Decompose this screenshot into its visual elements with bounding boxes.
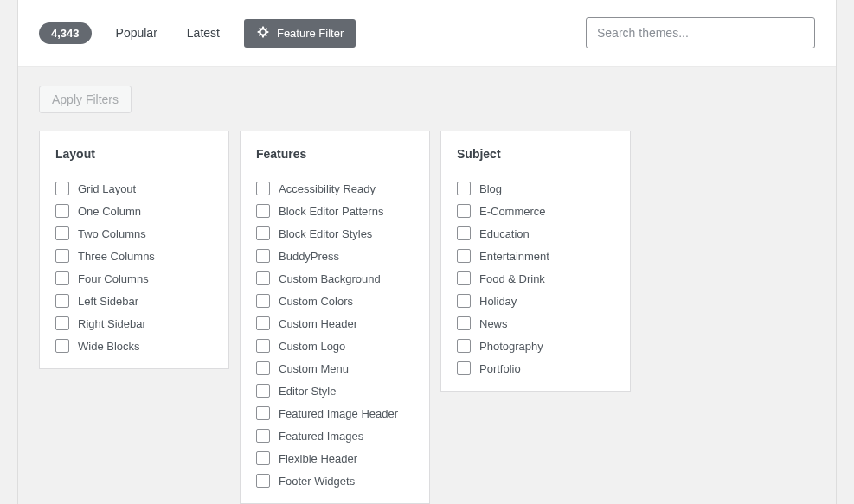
panel-title-subject: Subject xyxy=(457,147,614,161)
checkbox-icon[interactable] xyxy=(256,226,270,240)
checkbox-icon[interactable] xyxy=(457,339,471,353)
filter-option-label: BuddyPress xyxy=(279,250,339,263)
filter-columns: Layout Grid LayoutOne ColumnTwo ColumnsT… xyxy=(39,131,815,504)
filter-option[interactable]: Custom Header xyxy=(256,316,414,330)
filter-option[interactable]: Accessibility Ready xyxy=(256,182,414,195)
apply-filters-button[interactable]: Apply Filters xyxy=(39,86,132,113)
filter-option-label: Right Sidebar xyxy=(78,317,146,330)
panel-items-subject: BlogE-CommerceEducationEntertainmentFood… xyxy=(457,182,614,375)
checkbox-icon[interactable] xyxy=(256,182,270,195)
tab-latest[interactable]: Latest xyxy=(175,21,232,45)
filter-option-label: Accessibility Ready xyxy=(279,182,376,195)
filter-option[interactable]: Four Columns xyxy=(55,271,213,285)
filter-option[interactable]: Flexible Header xyxy=(256,451,414,465)
checkbox-icon[interactable] xyxy=(55,339,69,353)
filters-area: Apply Filters Layout Grid LayoutOne Colu… xyxy=(18,67,836,504)
filter-option[interactable]: E-Commerce xyxy=(457,204,614,218)
checkbox-icon[interactable] xyxy=(55,316,69,330)
checkbox-icon[interactable] xyxy=(256,361,270,375)
filter-option-label: News xyxy=(479,317,508,330)
filter-option[interactable]: Block Editor Styles xyxy=(256,226,414,240)
filter-option[interactable]: Two Columns xyxy=(55,226,213,240)
checkbox-icon[interactable] xyxy=(457,249,471,263)
filter-option-label: Featured Images xyxy=(279,430,363,443)
filter-option-label: Grid Layout xyxy=(78,182,136,195)
checkbox-icon[interactable] xyxy=(256,451,270,465)
checkbox-icon[interactable] xyxy=(256,316,270,330)
filter-option-label: Featured Image Header xyxy=(279,407,398,420)
checkbox-icon[interactable] xyxy=(55,271,69,285)
filter-option-label: Custom Background xyxy=(279,272,381,285)
filter-option[interactable]: Custom Background xyxy=(256,271,414,285)
filter-option-label: Entertainment xyxy=(479,250,549,263)
filter-option-label: Two Columns xyxy=(78,227,146,240)
checkbox-icon[interactable] xyxy=(55,226,69,240)
checkbox-icon[interactable] xyxy=(55,204,69,218)
filter-option[interactable]: Entertainment xyxy=(457,249,614,263)
themes-browser: 4,343 Popular Latest Feature Filter Appl… xyxy=(17,0,837,504)
checkbox-icon[interactable] xyxy=(457,226,471,240)
filter-option-label: Left Sidebar xyxy=(78,295,138,308)
filter-option[interactable]: Custom Menu xyxy=(256,361,414,375)
checkbox-icon[interactable] xyxy=(256,271,270,285)
filter-option[interactable]: Right Sidebar xyxy=(55,316,213,330)
filter-panel-layout: Layout Grid LayoutOne ColumnTwo ColumnsT… xyxy=(39,131,229,369)
filter-option[interactable]: Grid Layout xyxy=(55,182,213,195)
filter-option-label: Four Columns xyxy=(78,272,149,285)
filter-option[interactable]: Blog xyxy=(457,182,614,195)
filter-option-label: Blog xyxy=(479,182,502,195)
checkbox-icon[interactable] xyxy=(256,429,270,443)
filter-option-label: Education xyxy=(479,227,530,240)
filter-option[interactable]: Holiday xyxy=(457,294,614,308)
panel-items-layout: Grid LayoutOne ColumnTwo ColumnsThree Co… xyxy=(55,182,213,353)
search-input[interactable] xyxy=(586,17,815,48)
filter-option[interactable]: Wide Blocks xyxy=(55,339,213,353)
filter-panel-subject: Subject BlogE-CommerceEducationEntertain… xyxy=(440,131,631,392)
panel-items-features: Accessibility ReadyBlock Editor Patterns… xyxy=(256,182,414,488)
filter-option[interactable]: One Column xyxy=(55,204,213,218)
tab-popular[interactable]: Popular xyxy=(104,21,170,45)
filter-option[interactable]: Three Columns xyxy=(55,249,213,263)
feature-filter-button[interactable]: Feature Filter xyxy=(244,19,356,48)
checkbox-icon[interactable] xyxy=(55,294,69,308)
panel-title-features: Features xyxy=(256,147,414,161)
filter-option[interactable]: Custom Logo xyxy=(256,339,414,353)
checkbox-icon[interactable] xyxy=(256,339,270,353)
filter-option-label: Food & Drink xyxy=(479,272,545,285)
filter-option[interactable]: Left Sidebar xyxy=(55,294,213,308)
checkbox-icon[interactable] xyxy=(55,182,69,195)
gear-icon xyxy=(256,25,270,41)
checkbox-icon[interactable] xyxy=(256,249,270,263)
checkbox-icon[interactable] xyxy=(256,294,270,308)
filter-option[interactable]: BuddyPress xyxy=(256,249,414,263)
filter-option[interactable]: Editor Style xyxy=(256,384,414,398)
filter-option-label: Custom Logo xyxy=(279,340,345,353)
filter-option-label: Flexible Header xyxy=(279,452,357,465)
checkbox-icon[interactable] xyxy=(256,474,270,488)
filter-option[interactable]: Education xyxy=(457,226,614,240)
toolbar: 4,343 Popular Latest Feature Filter xyxy=(18,0,836,67)
checkbox-icon[interactable] xyxy=(256,384,270,398)
filter-option[interactable]: News xyxy=(457,316,614,330)
filter-option[interactable]: Photography xyxy=(457,339,614,353)
checkbox-icon[interactable] xyxy=(457,294,471,308)
checkbox-icon[interactable] xyxy=(457,361,471,375)
feature-filter-label: Feature Filter xyxy=(277,27,344,40)
filter-option[interactable]: Featured Images xyxy=(256,429,414,443)
checkbox-icon[interactable] xyxy=(457,271,471,285)
filter-option-label: Custom Menu xyxy=(279,362,349,375)
filter-option[interactable]: Footer Widgets xyxy=(256,474,414,488)
checkbox-icon[interactable] xyxy=(457,204,471,218)
checkbox-icon[interactable] xyxy=(256,406,270,420)
filter-option[interactable]: Food & Drink xyxy=(457,271,614,285)
filter-option-label: Portfolio xyxy=(479,362,521,375)
filter-option[interactable]: Featured Image Header xyxy=(256,406,414,420)
checkbox-icon[interactable] xyxy=(256,204,270,218)
filter-option[interactable]: Custom Colors xyxy=(256,294,414,308)
filter-option-label: Custom Colors xyxy=(279,295,353,308)
checkbox-icon[interactable] xyxy=(55,249,69,263)
checkbox-icon[interactable] xyxy=(457,316,471,330)
checkbox-icon[interactable] xyxy=(457,182,471,195)
filter-option[interactable]: Block Editor Patterns xyxy=(256,204,414,218)
filter-option[interactable]: Portfolio xyxy=(457,361,614,375)
